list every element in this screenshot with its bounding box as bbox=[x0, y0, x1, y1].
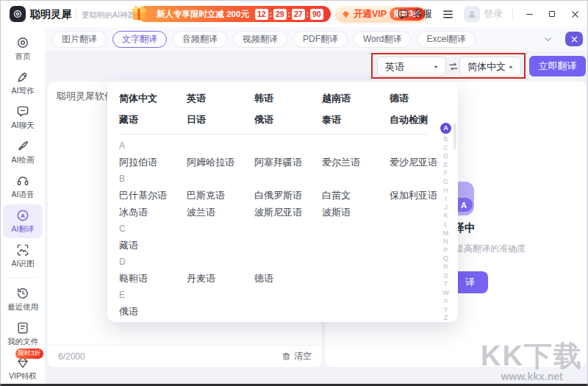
chevron-down-icon[interactable] bbox=[542, 34, 553, 45]
tab-PDF翻译[interactable]: PDF翻译 bbox=[293, 31, 348, 48]
scrollbar-thumb[interactable] bbox=[453, 123, 456, 149]
index-letter-K[interactable]: K bbox=[443, 212, 448, 221]
tab-视频翻译[interactable]: 视频翻译 bbox=[233, 31, 287, 48]
tab-图片翻译[interactable]: 图片翻译 bbox=[52, 31, 107, 48]
index-letter-H[interactable]: H bbox=[443, 187, 448, 196]
index-letter-C[interactable]: C bbox=[443, 144, 448, 153]
index-letter-D[interactable]: D bbox=[443, 152, 448, 161]
index-letter-L[interactable]: L bbox=[444, 221, 448, 229]
index-letter-X[interactable]: X bbox=[443, 297, 448, 306]
language-option[interactable]: 阿塞拜疆语 bbox=[254, 154, 322, 171]
menu-icon[interactable] bbox=[442, 8, 454, 21]
index-letter-N[interactable]: N bbox=[443, 237, 448, 246]
sidebar-item-首页[interactable]: 首页 bbox=[3, 32, 43, 65]
logo-icon bbox=[15, 35, 30, 50]
dropdown-divider bbox=[119, 134, 429, 135]
language-option[interactable]: 韩语 bbox=[254, 87, 322, 109]
index-letter-P[interactable]: P bbox=[443, 246, 448, 255]
index-letter-M[interactable]: M bbox=[443, 229, 449, 238]
language-option[interactable]: 丹麦语 bbox=[187, 270, 254, 287]
index-letter-E[interactable]: E bbox=[443, 161, 448, 170]
index-letter-W[interactable]: W bbox=[442, 289, 449, 298]
sidebar-item-最近使用[interactable]: 最近使用 bbox=[3, 282, 43, 316]
index-letter-J[interactable]: J bbox=[444, 204, 448, 212]
result-hint: 提高翻译的准确度 bbox=[455, 243, 526, 255]
countdown-timer: 12:29:27:90 bbox=[255, 9, 323, 20]
language-option[interactable]: 鞑靼语 bbox=[119, 270, 187, 287]
language-option[interactable]: 波斯语 bbox=[322, 204, 390, 221]
sidebar-item-AI识图[interactable]: AI识图 bbox=[3, 239, 43, 273]
countdown-colon: : bbox=[270, 10, 272, 18]
clear-label: 清空 bbox=[294, 350, 312, 362]
language-option[interactable]: 波兰语 bbox=[187, 204, 254, 221]
maximize-button[interactable] bbox=[545, 7, 559, 21]
index-letter-Y[interactable]: Y bbox=[443, 306, 448, 315]
index-letter-T[interactable]: T bbox=[444, 280, 448, 289]
sidebar-item-AI绘画[interactable]: AI绘画 bbox=[3, 135, 43, 169]
language-option[interactable]: 巴斯克语 bbox=[187, 187, 254, 204]
login-button[interactable]: 登录 bbox=[464, 6, 503, 22]
sidebar-item-我的文件[interactable]: 我的文件 bbox=[3, 317, 43, 351]
language-option[interactable]: 德语 bbox=[254, 270, 322, 287]
tab-文字翻译[interactable]: 文字翻译 bbox=[112, 31, 167, 48]
history-icon bbox=[15, 286, 30, 301]
language-option[interactable]: 白俄罗斯语 bbox=[254, 187, 322, 204]
language-option[interactable]: 日语 bbox=[187, 109, 254, 130]
index-letter-Z[interactable]: Z bbox=[444, 314, 448, 323]
language-option[interactable]: 波斯尼亚语 bbox=[254, 204, 322, 221]
sidebar-item-label: VIP特权 bbox=[9, 371, 37, 382]
promo-banner[interactable]: 新人专享限时立减 200元 12:29:27:90 bbox=[137, 6, 331, 22]
customer-service-button[interactable]: 客服 bbox=[397, 7, 432, 21]
language-option[interactable]: 藏语 bbox=[119, 109, 187, 130]
index-letter-R[interactable]: R bbox=[443, 263, 448, 272]
pen-icon bbox=[15, 70, 30, 85]
translate-now-button[interactable]: 立即翻译 bbox=[529, 56, 586, 76]
language-option[interactable]: 阿姆哈拉语 bbox=[187, 154, 254, 171]
language-option[interactable]: 英语 bbox=[187, 87, 254, 109]
language-option[interactable]: 俄语 bbox=[254, 109, 322, 130]
index-letter-I[interactable]: I bbox=[445, 195, 447, 204]
target-language-select[interactable]: 简体中文 bbox=[459, 57, 521, 76]
promo-text: 新人专享限时立减 200元 bbox=[157, 9, 249, 20]
swap-languages-icon[interactable] bbox=[448, 61, 459, 72]
language-option[interactable]: 白苗文 bbox=[322, 187, 390, 204]
language-option[interactable]: 巴什基尔语 bbox=[119, 187, 187, 204]
language-option[interactable]: 越南语 bbox=[322, 87, 390, 109]
language-option[interactable]: 德语 bbox=[390, 87, 457, 109]
clear-button[interactable]: 清空 bbox=[282, 350, 312, 362]
sidebar-item-label: 最近使用 bbox=[7, 302, 38, 312]
language-option[interactable]: 藏语 bbox=[119, 237, 187, 254]
index-letter-F[interactable]: F bbox=[444, 169, 448, 178]
scan-icon bbox=[15, 243, 30, 257]
language-option[interactable]: 简体中文 bbox=[119, 87, 187, 109]
countdown-digit: 12 bbox=[255, 9, 268, 20]
language-option[interactable]: 俄语 bbox=[119, 303, 187, 320]
index-letter-B[interactable]: B bbox=[443, 135, 448, 144]
index-letter-G[interactable]: G bbox=[443, 178, 448, 187]
sidebar-item-AI聊天[interactable]: AI聊天 bbox=[3, 101, 43, 135]
minimize-button[interactable] bbox=[523, 7, 536, 21]
language-option[interactable]: 泰语 bbox=[322, 109, 390, 130]
index-letter-A[interactable]: A bbox=[440, 123, 451, 134]
language-option[interactable]: 冰岛语 bbox=[119, 204, 187, 221]
chat-icon bbox=[15, 104, 30, 119]
tab-Word翻译[interactable]: Word翻译 bbox=[354, 31, 411, 48]
language-option[interactable]: 阿拉伯语 bbox=[119, 154, 187, 171]
sidebar-item-AI翻译[interactable]: AAI翻译 bbox=[3, 204, 43, 238]
titlebar-divider bbox=[512, 9, 513, 19]
caret-up-icon bbox=[507, 63, 514, 71]
sidebar-item-VIP特权[interactable]: 限时3折VIP特权 bbox=[3, 351, 43, 385]
close-panel-button[interactable] bbox=[565, 32, 583, 46]
sidebar-item-AI语音[interactable]: AI语音 bbox=[3, 170, 43, 204]
index-letter-S[interactable]: S bbox=[443, 272, 448, 281]
index-letter-Q[interactable]: Q bbox=[443, 254, 448, 263]
source-language-select[interactable]: 英语 bbox=[377, 57, 446, 76]
sidebar-item-label: AI翻译 bbox=[12, 224, 35, 235]
sidebar-item-AI写作[interactable]: AI写作 bbox=[3, 66, 43, 100]
tab-Excel翻译[interactable]: Excel翻译 bbox=[417, 31, 475, 48]
language-option[interactable]: 爱尔兰语 bbox=[322, 154, 390, 171]
section-letter: A bbox=[119, 137, 429, 154]
source-text-area[interactable]: 聪明灵犀软件 bbox=[57, 90, 114, 103]
tab-音频翻译[interactable]: 音频翻译 bbox=[173, 31, 227, 48]
close-window-button[interactable] bbox=[568, 7, 581, 21]
